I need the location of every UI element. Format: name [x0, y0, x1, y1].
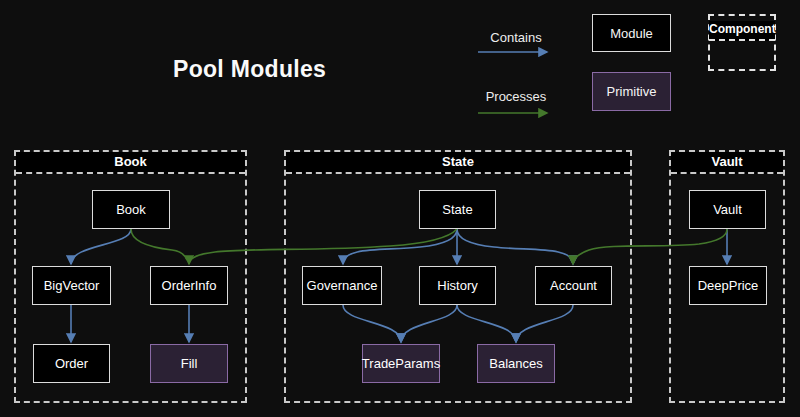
node-book: Book: [92, 190, 170, 229]
node-orderinfo: OrderInfo: [150, 266, 228, 305]
legend-primitive-label: Primitive: [607, 84, 657, 99]
node-history: History: [419, 266, 496, 305]
node-fill: Fill: [150, 344, 228, 383]
node-state: State: [419, 190, 496, 229]
node-order: Order: [33, 344, 110, 383]
node-tradeparams: TradeParams: [362, 344, 440, 383]
page-title: Pool Modules: [173, 56, 326, 83]
node-account: Account: [535, 266, 612, 305]
node-governance: Governance: [302, 266, 382, 305]
container-book-label: Book: [16, 152, 245, 174]
node-vault: Vault: [689, 190, 766, 229]
legend-processes-label: Processes: [476, 89, 556, 104]
legend-contains-label: Contains: [476, 30, 556, 45]
container-vault-label: Vault: [671, 152, 783, 174]
pool-modules-diagram: Pool Modules Contains Processes Module P…: [0, 0, 800, 417]
legend-module-label: Module: [610, 26, 653, 41]
node-bigvector: BigVector: [32, 266, 111, 305]
legend-primitive-swatch: Primitive: [592, 72, 671, 111]
legend-component-swatch: Component: [708, 14, 776, 71]
node-balances: Balances: [477, 344, 555, 383]
legend-component-label: Component: [709, 21, 775, 41]
container-state-label: State: [286, 152, 630, 174]
legend-module-swatch: Module: [592, 14, 671, 52]
node-deepprice: DeepPrice: [689, 266, 767, 305]
